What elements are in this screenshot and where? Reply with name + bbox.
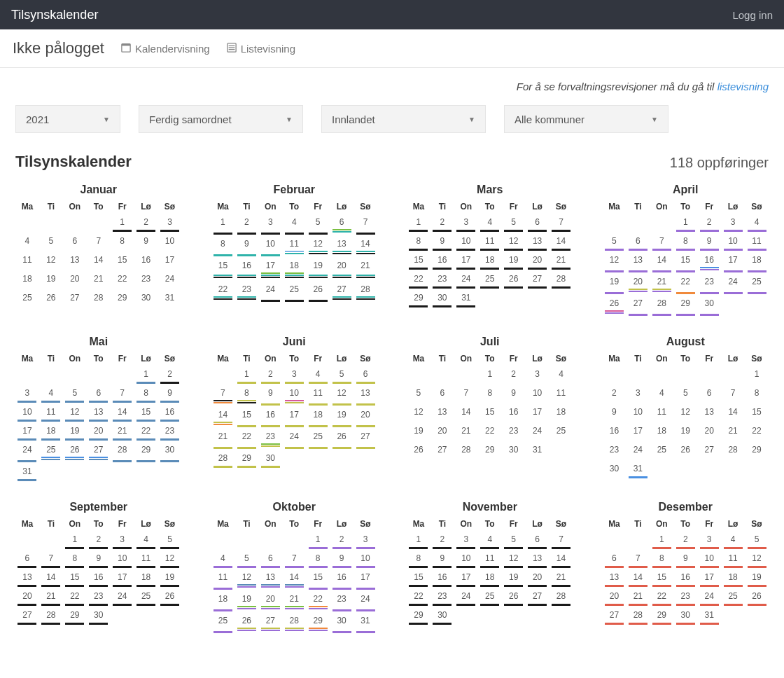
day-cell[interactable]: 25 [214,611,232,633]
day-cell[interactable]: 22 [480,422,499,441]
day-cell[interactable]: 12 [748,549,766,568]
day-cell[interactable]: 3 [700,530,719,549]
day-cell[interactable]: 15 [480,403,499,422]
day-cell[interactable]: 15 [409,568,428,587]
day-cell[interactable]: 7 [113,384,132,403]
day-cell[interactable]: 24 [724,272,743,294]
day-cell[interactable]: 11 [136,549,155,568]
day-cell[interactable]: 20 [332,256,351,280]
day-cell[interactable]: 25 [41,441,60,462]
day-cell[interactable]: 22 [237,427,256,449]
day-cell[interactable]: 30 [136,289,155,307]
day-cell[interactable]: 20 [700,422,719,441]
day-cell[interactable]: 4 [724,530,743,549]
day-cell[interactable]: 4 [285,213,304,235]
day-cell[interactable]: 26 [676,441,695,459]
day-cell[interactable]: 17 [528,403,547,422]
day-cell[interactable]: 10 [356,549,375,568]
day-cell[interactable]: 18 [724,568,743,587]
day-cell[interactable]: 12 [504,232,523,251]
day-cell[interactable]: 14 [356,235,375,256]
day-cell[interactable]: 17 [629,422,648,441]
day-cell[interactable]: 24 [356,590,375,611]
day-cell[interactable]: 19 [409,422,428,441]
day-cell[interactable]: 26 [309,280,328,302]
day-cell[interactable]: 31 [700,606,719,625]
day-cell[interactable]: 7 [214,384,232,406]
day-cell[interactable]: 19 [504,251,523,270]
day-cell[interactable]: 26 [748,587,766,606]
day-cell[interactable]: 12 [605,251,624,272]
day-cell[interactable]: 13 [528,232,547,251]
day-cell[interactable]: 11 [309,384,328,406]
day-cell[interactable]: 24 [18,441,36,462]
day-cell[interactable]: 30 [605,459,624,478]
day-cell[interactable]: 21 [41,587,60,606]
day-cell[interactable]: 22 [409,270,428,289]
day-cell[interactable]: 9 [261,384,280,406]
day-cell[interactable]: 26 [65,441,84,462]
day-cell[interactable]: 27 [700,441,719,459]
day-cell[interactable]: 5 [748,530,766,549]
day-cell[interactable]: 23 [605,441,624,459]
day-cell[interactable]: 16 [136,251,155,270]
day-cell[interactable]: 13 [629,251,648,272]
day-cell[interactable]: 28 [456,441,475,459]
day-cell[interactable]: 26 [504,270,523,289]
day-cell[interactable]: 10 [629,403,648,422]
day-cell[interactable]: 19 [332,406,351,427]
day-cell[interactable]: 3 [528,365,547,384]
day-cell[interactable]: 5 [605,232,624,251]
day-cell[interactable]: 9 [160,384,179,403]
day-cell[interactable]: 1 [65,530,84,549]
day-cell[interactable]: 9 [136,232,155,251]
day-cell[interactable]: 23 [504,422,523,441]
day-cell[interactable]: 10 [456,549,475,568]
day-cell[interactable]: 20 [261,590,280,611]
day-cell[interactable]: 7 [629,549,648,568]
day-cell[interactable]: 19 [605,272,624,294]
day-cell[interactable]: 22 [409,587,428,606]
day-cell[interactable]: 14 [113,403,132,422]
day-cell[interactable]: 15 [214,256,232,280]
day-cell[interactable]: 6 [65,232,84,251]
day-cell[interactable]: 21 [552,568,570,587]
day-cell[interactable]: 11 [480,232,499,251]
day-cell[interactable]: 5 [65,384,84,403]
day-cell[interactable]: 24 [456,270,475,289]
day-cell[interactable]: 12 [676,403,695,422]
day-cell[interactable]: 6 [356,365,375,384]
day-cell[interactable]: 24 [456,587,475,606]
day-cell[interactable]: 9 [700,232,719,251]
day-cell[interactable]: 21 [356,256,375,280]
day-cell[interactable]: 16 [89,568,108,587]
day-cell[interactable]: 18 [285,256,304,280]
day-cell[interactable]: 18 [41,422,60,441]
day-cell[interactable]: 9 [332,549,351,568]
day-cell[interactable]: 17 [456,568,475,587]
day-cell[interactable]: 17 [700,568,719,587]
day-cell[interactable]: 8 [748,384,766,403]
day-cell[interactable]: 28 [113,441,132,462]
day-cell[interactable]: 30 [160,441,179,462]
day-cell[interactable]: 1 [409,530,428,549]
day-cell[interactable]: 11 [214,568,232,590]
day-cell[interactable]: 16 [160,403,179,422]
day-cell[interactable]: 1 [113,213,132,232]
day-cell[interactable]: 5 [41,232,60,251]
day-cell[interactable]: 29 [652,606,671,625]
day-cell[interactable]: 2 [332,530,351,549]
day-cell[interactable]: 8 [309,549,328,568]
day-cell[interactable]: 25 [309,427,328,449]
day-cell[interactable]: 23 [136,270,155,289]
year-select[interactable]: 2021 ▼ [15,105,120,133]
day-cell[interactable]: 18 [748,251,766,272]
day-cell[interactable]: 8 [480,384,499,403]
list-view-link[interactable]: Listevisning [227,43,295,55]
day-cell[interactable]: 29 [309,611,328,633]
day-cell[interactable]: 13 [65,251,84,270]
day-cell[interactable]: 5 [409,384,428,403]
login-link[interactable]: Logg inn [732,9,773,21]
kommune-select[interactable]: Alle kommuner ▼ [504,105,668,133]
day-cell[interactable]: 24 [285,427,304,449]
